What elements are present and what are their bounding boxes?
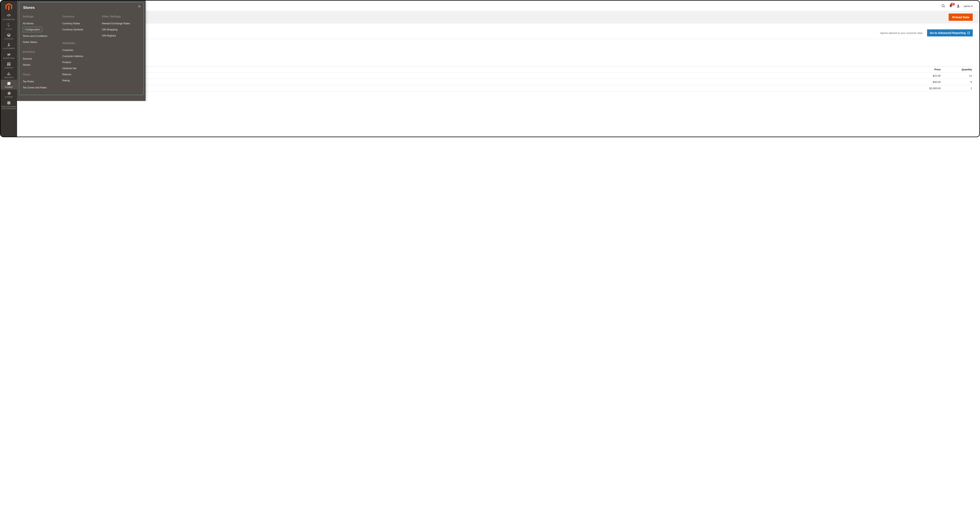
flyout-link-gift-registry[interactable]: Gift Registry — [102, 33, 140, 38]
dollar-icon — [7, 23, 11, 27]
flyout-link-reward-rates[interactable]: Reward Exchange Rates — [102, 21, 140, 27]
grid-row[interactable]: $22.00 12 — [24, 73, 973, 79]
sidebar-item-sales[interactable]: SALES — [1, 22, 17, 31]
gauge-icon — [7, 14, 11, 18]
reload-bar: Reload Data — [17, 11, 979, 24]
gear-icon — [7, 91, 11, 95]
main-content: 39 admin ▾ Reload Data reports tailored … — [17, 1, 979, 137]
notif-badge: 39 — [950, 3, 955, 5]
admin-dropdown[interactable]: admin ▾ — [964, 5, 973, 8]
dashboard-tabs: ewed Products New Customers Customers Yo… — [17, 56, 979, 66]
admin-sidebar: DASHBOARD SALES CATALOG CUSTOMERS MARKET… — [1, 1, 17, 137]
sidebar-item-marketing[interactable]: MARKETING — [1, 51, 17, 60]
flyout-heading-other: Other Settings — [102, 15, 140, 18]
flyout-link-attr-customer[interactable]: Customer — [62, 47, 100, 53]
flyout-link-configuration[interactable]: Configuration — [23, 27, 42, 32]
chart-enable-note: e the chart, click here. — [17, 40, 979, 43]
flyout-heading-currency: Currency — [62, 15, 100, 18]
svg-line-1 — [944, 7, 945, 8]
app-window: DASHBOARD SALES CATALOG CUSTOMERS MARKET… — [0, 0, 980, 137]
flyout-heading-settings: Settings — [23, 15, 61, 18]
grid-row[interactable]: $45.00 5 — [24, 79, 973, 85]
flyout-link-terms[interactable]: Terms and Conditions — [23, 33, 61, 39]
sidebar-item-content[interactable]: CONTENT — [1, 60, 17, 70]
sidebar-item-stores[interactable]: STORES — [1, 80, 17, 89]
caret-down-icon: ▾ — [971, 5, 973, 8]
flyout-link-currency-symbols[interactable]: Currency Symbols — [62, 27, 100, 33]
flyout-heading-attributes: Attributes — [62, 41, 100, 45]
person-icon — [7, 43, 11, 47]
topbar: 39 admin ▾ — [17, 1, 979, 11]
flyout-heading-inventory: Inventory — [23, 50, 61, 53]
sidebar-item-customers[interactable]: CUSTOMERS — [1, 41, 17, 51]
grid-row[interactable]: $2,000.00 1 — [24, 85, 973, 92]
flyout-link-attr-rating[interactable]: Rating — [62, 77, 100, 83]
sidebar-item-reports[interactable]: REPORTS — [1, 70, 17, 80]
advanced-reporting-row: reports tailored to your customer data. … — [17, 24, 979, 39]
reload-data-button[interactable]: Reload Data — [949, 14, 973, 21]
flyout-col-1: Settings All Stores Configuration Terms … — [23, 14, 61, 91]
close-icon[interactable]: ✕ — [137, 4, 142, 9]
flyout-link-currency-rates[interactable]: Currency Rates — [62, 21, 100, 27]
grid-header-row: Price Quantity — [24, 67, 973, 73]
layout-icon — [7, 62, 11, 66]
sidebar-item-dashboard[interactable]: DASHBOARD — [1, 12, 17, 22]
flyout-link-tax-zones[interactable]: Tax Zones and Rates — [23, 84, 61, 91]
search-icon[interactable] — [942, 4, 945, 8]
box-icon — [7, 33, 11, 37]
col-qty: Quantity — [940, 68, 972, 71]
megaphone-icon — [7, 52, 11, 57]
bars-icon — [7, 72, 11, 76]
flyout-link-attr-customer-address[interactable]: Customer Address — [62, 53, 100, 59]
flyout-link-attr-product[interactable]: Product — [62, 59, 100, 65]
flyout-link-sources[interactable]: Sources — [23, 56, 61, 62]
sidebar-item-partners[interactable]: FIND PARTNERS & EXTENSIONS — [1, 99, 17, 111]
products-grid: Price Quantity $22.00 12 $45.00 5 $2,000… — [24, 66, 973, 92]
flyout-heading-taxes: Taxes — [23, 73, 61, 76]
flyout-link-attr-returns[interactable]: Returns — [62, 72, 100, 77]
flyout-link-order-status[interactable]: Order Status — [23, 39, 61, 45]
flyout-link-all-stores[interactable]: All Stores — [23, 21, 61, 27]
flyout-link-tax-rules[interactable]: Tax Rules — [23, 78, 61, 84]
sidebar-item-catalog[interactable]: CATALOG — [1, 31, 17, 41]
stores-flyout-panel: ✕ Stores Settings All Stores Configurati… — [17, 1, 146, 101]
storefront-icon — [7, 81, 11, 86]
flyout-link-attr-set[interactable]: Attribute Set — [62, 65, 100, 72]
account-icon[interactable] — [956, 4, 960, 8]
flyout-link-stocks[interactable]: Stocks — [23, 62, 61, 68]
advanced-reporting-button[interactable]: Go to Advanced Reporting — [927, 29, 973, 37]
puzzle-icon — [7, 101, 11, 105]
flyout-col-2: Currency Currency Rates Currency Symbols… — [62, 14, 100, 91]
flyout-link-gift-wrapping[interactable]: Gift Wrapping — [102, 27, 140, 33]
flyout-col-3: Other Settings Reward Exchange Rates Gif… — [102, 14, 140, 91]
col-price: Price — [909, 68, 940, 71]
notifications-icon[interactable]: 39 — [949, 4, 953, 8]
magento-logo-icon[interactable] — [5, 3, 13, 11]
adv-text: reports tailored to your customer data. — [880, 32, 923, 35]
external-link-icon — [967, 32, 970, 34]
flyout-title: Stores — [23, 5, 140, 10]
stats-row: Tax $0.00 Shipping $0.00 Quantity 0 — [17, 43, 979, 56]
svg-point-0 — [942, 5, 944, 7]
sidebar-item-system[interactable]: SYSTEM — [1, 89, 17, 99]
